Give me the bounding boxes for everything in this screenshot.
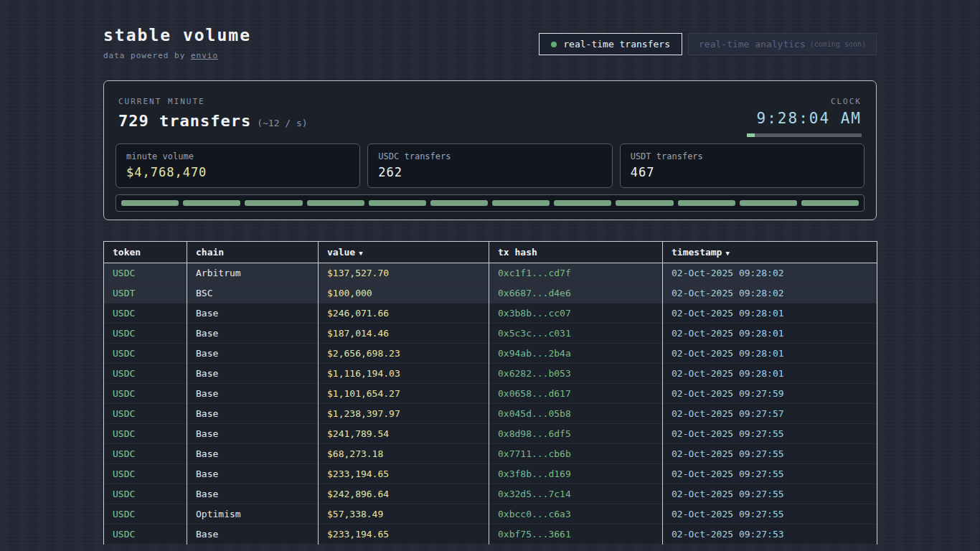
table-row[interactable]: USDC Base $1,101,654.27 0x0658...d617 02…: [104, 384, 877, 404]
cell-token: USDC: [104, 424, 187, 444]
column-header-timestamp[interactable]: timestamp▼: [663, 242, 877, 263]
cell-chain: Base: [187, 424, 319, 444]
cell-tx-hash[interactable]: 0x5c3c...c031: [489, 324, 663, 344]
stats-row: minute volume $4,768,470 USDC transfers …: [116, 143, 864, 188]
minute-segment: [369, 200, 426, 206]
cell-chain: Base: [187, 344, 319, 364]
table-row[interactable]: USDC Base $1,238,397.97 0x045d...05b8 02…: [104, 404, 877, 424]
cell-timestamp: 02-Oct-2025 09:27:55: [663, 464, 877, 484]
brand-block: stable volume data powered by envio: [103, 26, 251, 60]
table-row[interactable]: USDC Base $233,194.65 0x3f8b...d169 02-O…: [104, 464, 877, 484]
cell-value: $2,656,698.23: [319, 344, 489, 364]
cell-timestamp: 02-Oct-2025 09:28:01: [663, 303, 877, 324]
minute-segment: [678, 200, 735, 206]
powered-by: data powered by envio: [103, 51, 251, 60]
count-block: CURRENT MINUTE 729 transfers (~12 / s): [118, 97, 308, 130]
cell-value: $233,194.65: [319, 524, 489, 545]
stat-value: 262: [378, 165, 601, 179]
page-container: stable volume data powered by envio real…: [103, 0, 877, 545]
sort-desc-icon: ▼: [725, 250, 729, 257]
cell-token: USDC: [104, 324, 187, 344]
transfer-rate: (~12 / s): [257, 118, 307, 128]
cell-value: $246,071.66: [319, 303, 489, 324]
cell-chain: Arbitrum: [187, 263, 319, 283]
table-row[interactable]: USDC Base $242,896.64 0x32d5...7c14 02-O…: [104, 484, 877, 504]
cell-value: $57,338.49: [319, 504, 489, 524]
cell-timestamp: 02-Oct-2025 09:28:01: [663, 324, 877, 344]
minute-progress: [116, 194, 864, 212]
cell-token: USDC: [104, 504, 187, 524]
table-row[interactable]: USDC Arbitrum $137,527.70 0xc1f1...cd7f …: [104, 263, 877, 283]
tab-transfers-label: real-time transfers: [563, 39, 670, 50]
table-row[interactable]: USDC Base $68,273.18 0x7711...cb6b 02-Oc…: [104, 444, 877, 464]
table-row[interactable]: USDC Base $233,194.65 0xbf75...3661 02-O…: [104, 524, 877, 545]
column-header-value[interactable]: value▼: [319, 242, 489, 263]
tab-realtime-analytics[interactable]: real-time analytics (coming soon): [688, 33, 877, 55]
minute-segment: [616, 200, 673, 206]
cell-value: $68,273.18: [319, 444, 489, 464]
cell-timestamp: 02-Oct-2025 09:27:57: [663, 404, 877, 424]
powered-by-text: data powered by: [103, 51, 191, 60]
table-row[interactable]: USDC Base $187,014.46 0x5c3c...c031 02-O…: [104, 324, 877, 344]
cell-tx-hash[interactable]: 0x6282...b053: [489, 364, 663, 384]
minute-segment: [183, 200, 240, 206]
cell-chain: Base: [187, 444, 319, 464]
cell-token: USDC: [104, 263, 187, 283]
view-tabs: real-time transfers real-time analytics …: [539, 33, 877, 55]
cell-tx-hash[interactable]: 0xc1f1...cd7f: [489, 263, 663, 283]
cell-chain: Optimism: [187, 504, 319, 524]
table-row[interactable]: USDC Base $2,656,698.23 0x94ab...2b4a 02…: [104, 344, 877, 364]
clock-time: 9:28:04 AM: [747, 110, 862, 127]
cell-tx-hash[interactable]: 0xbf75...3661: [489, 524, 663, 545]
table-row[interactable]: USDT BSC $100,000 0x6687...d4e6 02-Oct-2…: [104, 283, 877, 303]
table-row[interactable]: USDC Base $246,071.66 0x3b8b...cc07 02-O…: [104, 303, 877, 324]
page-title: stable volume: [103, 26, 251, 44]
cell-tx-hash[interactable]: 0xbcc0...c6a3: [489, 504, 663, 524]
minute-segment: [121, 200, 179, 206]
coming-soon-badge: (coming soon): [810, 40, 866, 48]
minute-segment: [307, 200, 364, 206]
cell-tx-hash[interactable]: 0x7711...cb6b: [489, 444, 663, 464]
stat-label: minute volume: [126, 151, 349, 161]
table-row[interactable]: USDC Optimism $57,338.49 0xbcc0...c6a3 0…: [104, 504, 877, 524]
minute-segment: [430, 200, 488, 206]
minute-segment: [801, 200, 859, 206]
cell-timestamp: 02-Oct-2025 09:27:55: [663, 504, 877, 524]
cell-tx-hash[interactable]: 0x94ab...2b4a: [489, 344, 663, 364]
cell-token: USDC: [104, 404, 187, 424]
stat-card: USDC transfers 262: [367, 143, 612, 188]
cell-chain: BSC: [187, 283, 319, 303]
cell-tx-hash[interactable]: 0x6687...d4e6: [489, 283, 663, 303]
clock-block: CLOCK 9:28:04 AM: [747, 97, 862, 137]
cell-tx-hash[interactable]: 0x3f8b...d169: [489, 464, 663, 484]
minute-segment: [554, 200, 611, 206]
column-header-chain[interactable]: chain: [187, 242, 319, 263]
column-header-tx-hash[interactable]: tx hash: [489, 242, 663, 263]
cell-token: USDC: [104, 444, 187, 464]
stat-value: 467: [631, 165, 854, 179]
cell-tx-hash[interactable]: 0x8d98...6df5: [489, 424, 663, 444]
stat-card: USDT transfers 467: [620, 143, 864, 188]
cell-chain: Base: [187, 404, 319, 424]
column-header-token[interactable]: token: [104, 242, 187, 263]
cell-value: $233,194.65: [319, 464, 489, 484]
cell-value: $242,896.64: [319, 484, 489, 504]
tab-realtime-transfers[interactable]: real-time transfers: [539, 33, 682, 55]
tab-analytics-label: real-time analytics: [699, 39, 806, 50]
cell-tx-hash[interactable]: 0x045d...05b8: [489, 404, 663, 424]
cell-token: USDC: [104, 484, 187, 504]
cell-tx-hash[interactable]: 0x32d5...7c14: [489, 484, 663, 504]
sort-desc-icon: ▼: [359, 250, 362, 257]
cell-timestamp: 02-Oct-2025 09:27:55: [663, 484, 877, 504]
envio-link[interactable]: envio: [191, 51, 218, 60]
minute-segment: [245, 200, 302, 206]
cell-tx-hash[interactable]: 0x3b8b...cc07: [489, 303, 663, 324]
table-row[interactable]: USDC Base $1,116,194.03 0x6282...b053 02…: [104, 364, 877, 384]
table-row[interactable]: USDC Base $241,789.54 0x8d98...6df5 02-O…: [104, 424, 877, 444]
transfers-table: tokenchainvalue▼tx hashtimestamp▼ USDC A…: [103, 241, 877, 545]
stat-label: USDC transfers: [378, 151, 601, 161]
cell-tx-hash[interactable]: 0x0658...d617: [489, 384, 663, 404]
clock-progress-fill: [747, 133, 755, 137]
cell-timestamp: 02-Oct-2025 09:28:01: [663, 364, 877, 384]
count-line: 729 transfers (~12 / s): [118, 112, 308, 130]
